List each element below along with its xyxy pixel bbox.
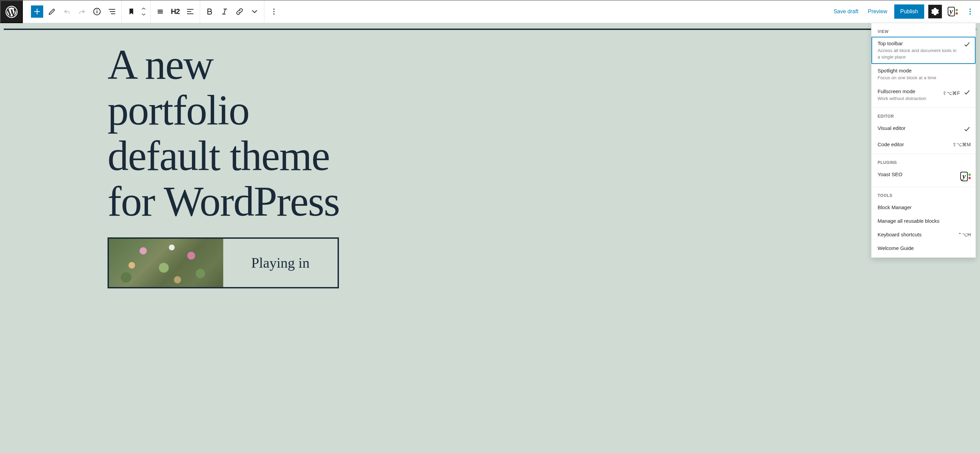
media-text-caption[interactable]: Playing in: [223, 239, 337, 287]
yoast-icon: y: [960, 172, 971, 181]
italic-icon: [220, 7, 229, 16]
italic-button[interactable]: [217, 4, 232, 19]
publish-button[interactable]: Publish: [894, 5, 924, 19]
editor-options-button[interactable]: [964, 5, 977, 18]
settings-button[interactable]: [928, 5, 942, 18]
panel-section-heading: PLUGINS: [872, 157, 975, 168]
panel-item-desc: Access all block and document tools in a…: [878, 48, 960, 60]
svg-rect-5: [158, 11, 163, 12]
panel-item-title: Keyboard shortcuts: [878, 231, 955, 238]
toolbar-left: H2: [23, 0, 288, 23]
block-movers: [139, 5, 148, 17]
panel-item-title: Manage all reusable blocks: [878, 218, 971, 224]
align-left-icon: [186, 7, 195, 16]
block-type-button[interactable]: [124, 4, 139, 19]
bookmark-icon: [127, 7, 136, 16]
wp-logo-button[interactable]: [0, 0, 23, 23]
svg-point-3: [97, 10, 98, 11]
panel-section: TOOLSBlock ManagerManage all reusable bl…: [872, 187, 975, 257]
svg-point-11: [969, 11, 971, 12]
panel-item[interactable]: Spotlight modeFocus on one block at a ti…: [872, 64, 975, 85]
panel-item-title: Visual editor: [878, 125, 960, 132]
panel-item[interactable]: Yoast SEOy: [872, 168, 975, 185]
panel-item-title: Block Manager: [878, 204, 971, 211]
panel-section: VIEWTop toolbarAccess all block and docu…: [872, 23, 975, 108]
panel-item[interactable]: Code editor⇧⌥⌘M: [872, 138, 975, 151]
panel-section-heading: VIEW: [872, 27, 975, 37]
media-text-block[interactable]: Playing in: [108, 237, 339, 288]
heading-level-button[interactable]: H2: [168, 4, 183, 19]
svg-rect-6: [158, 13, 163, 13]
yoast-button[interactable]: y: [946, 5, 959, 18]
details-button[interactable]: [89, 4, 105, 19]
redo-icon: [78, 7, 86, 16]
panel-item[interactable]: Welcome Guide: [872, 242, 975, 255]
header-right: Save draft Preview Publish y: [831, 0, 980, 23]
panel-item-title: Fullscreen mode: [878, 88, 939, 95]
outline-icon: [108, 7, 116, 16]
panel-item-shortcut: ⇧⌥⌘M: [953, 142, 971, 147]
editor-header: H2: [0, 0, 980, 23]
editor-options-panel: VIEWTop toolbarAccess all block and docu…: [871, 23, 976, 258]
text-align-button[interactable]: [183, 4, 198, 19]
check-icon: [963, 126, 971, 134]
link-icon: [235, 7, 244, 16]
svg-rect-4: [158, 10, 163, 11]
pencil-icon: [48, 7, 56, 16]
undo-button[interactable]: [60, 4, 75, 19]
svg-point-10: [969, 8, 971, 10]
panel-item-title: Yoast SEO: [878, 171, 957, 178]
svg-point-7: [273, 8, 274, 10]
panel-section: EDITORVisual editorCode editor⇧⌥⌘M: [872, 108, 975, 154]
panel-item-desc: Focus on one block at a time: [878, 75, 971, 81]
bold-button[interactable]: [202, 4, 217, 19]
undo-icon: [63, 7, 72, 16]
panel-item-title: Code editor: [878, 141, 949, 148]
panel-item[interactable]: Keyboard shortcuts⌃⌥H: [872, 228, 975, 242]
wordpress-logo-icon: [5, 6, 18, 18]
change-block-type-button[interactable]: [153, 4, 168, 19]
editor-canvas: A new portfolio default theme for WordPr…: [0, 23, 980, 453]
chevron-down-icon: [250, 7, 259, 16]
panel-item[interactable]: Block Manager: [872, 201, 975, 214]
media-image[interactable]: [109, 239, 223, 287]
panel-item-shortcut: ⇧⌥⌘F: [943, 91, 960, 96]
kebab-icon: [269, 7, 278, 16]
panel-item-title: Top toolbar: [878, 40, 960, 47]
panel-item-shortcut: ⌃⌥H: [958, 232, 971, 237]
redo-button[interactable]: [75, 4, 89, 19]
save-draft-button[interactable]: Save draft: [831, 5, 861, 18]
preview-button[interactable]: Preview: [865, 5, 890, 18]
move-up-button[interactable]: [139, 5, 148, 11]
paragraph-block-icon: [156, 7, 165, 16]
info-icon: [92, 7, 102, 16]
outline-button[interactable]: [105, 4, 119, 19]
panel-item-title: Welcome Guide: [878, 245, 971, 252]
page-title-heading[interactable]: A new portfolio default theme for WordPr…: [4, 42, 344, 224]
check-icon: [963, 41, 971, 50]
panel-item[interactable]: Fullscreen modeWork without distraction⇧…: [872, 85, 975, 105]
separator-block[interactable]: [4, 29, 976, 30]
panel-section-heading: TOOLS: [872, 191, 975, 201]
panel-item[interactable]: Visual editor: [872, 121, 975, 138]
yoast-icon: y: [948, 7, 958, 16]
kebab-icon: [966, 7, 975, 16]
svg-point-8: [273, 11, 274, 12]
check-icon: [963, 89, 971, 98]
link-button[interactable]: [232, 4, 247, 19]
panel-item-desc: Work without distraction: [878, 95, 939, 102]
block-options-button[interactable]: [266, 4, 282, 19]
panel-section-heading: EDITOR: [872, 111, 975, 121]
panel-item-title: Spotlight mode: [878, 67, 971, 74]
more-rich-text-button[interactable]: [247, 4, 262, 19]
svg-point-9: [273, 13, 274, 14]
heading-level-label: H2: [169, 7, 181, 16]
move-down-button[interactable]: [139, 11, 148, 17]
block-inserter-button[interactable]: [31, 5, 43, 17]
bold-icon: [205, 7, 214, 16]
svg-point-12: [969, 13, 971, 14]
panel-item[interactable]: Manage all reusable blocks: [872, 214, 975, 228]
panel-item[interactable]: Top toolbarAccess all block and document…: [872, 37, 975, 64]
chevron-down-icon: [140, 13, 147, 16]
tools-edit-button[interactable]: [45, 4, 60, 19]
